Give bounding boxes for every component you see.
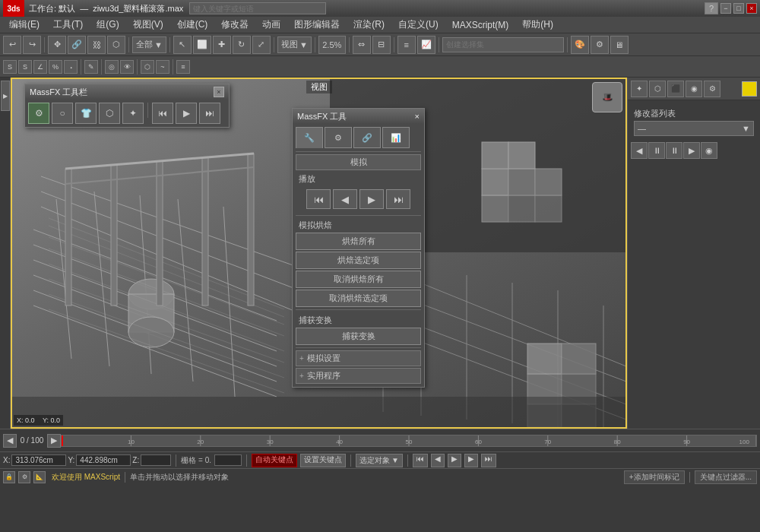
move-btn[interactable]: ✚ [213, 36, 231, 54]
menu-help[interactable]: 帮助(H) [516, 17, 559, 33]
select-btn[interactable]: ✥ [48, 36, 66, 54]
rp-nav-record[interactable]: ◉ [701, 142, 717, 159]
x-input[interactable] [11, 454, 66, 466]
unlink-btn[interactable]: ⛓ [87, 36, 106, 54]
color-swatch[interactable] [742, 81, 757, 97]
rp-icon-1[interactable]: ✦ [631, 81, 648, 97]
menu-view[interactable]: 视图(V) [127, 17, 169, 33]
autokey-btn[interactable]: 自动关键点 [252, 454, 297, 467]
menu-edit[interactable]: 编辑(E) [3, 17, 46, 33]
percent-btn[interactable]: 2.5% [318, 36, 346, 54]
menu-render[interactable]: 渲染(R) [347, 17, 391, 33]
z-input[interactable] [141, 454, 171, 466]
angle-snap-btn[interactable]: ∠ [33, 60, 47, 74]
bake-selected-btn[interactable]: 烘焙选定项 [296, 252, 421, 269]
timeline-bar[interactable]: 0 10 20 30 40 50 60 70 80 90 100 [61, 435, 757, 447]
view-dropdown[interactable]: 视图 ▼ [277, 36, 312, 53]
left-panel-toggle[interactable]: ▶ [1, 81, 10, 111]
grid-input[interactable] [214, 454, 242, 466]
unbake-selected-btn[interactable]: 取消烘焙选定项 [296, 290, 421, 307]
massfx-tab-3[interactable]: 🔗 [353, 127, 381, 148]
select-target-dropdown[interactable]: 选定对象 ▼ [356, 454, 403, 467]
add-time-marker-btn[interactable]: + 添加时间标记 [624, 470, 685, 484]
menu-animation[interactable]: 动画 [256, 17, 287, 33]
spinner-snap-btn[interactable]: ⬩ [64, 60, 78, 74]
massfx-cloth-btn[interactable]: 👕 [75, 103, 97, 124]
massfx-hex-btn[interactable]: ⬡ [99, 103, 120, 124]
y-input[interactable] [76, 454, 131, 466]
help-btn[interactable]: ? [705, 2, 718, 14]
redo-btn[interactable]: ↪ [23, 36, 41, 54]
snap-2d-btn[interactable]: S [3, 60, 17, 74]
mirror-btn[interactable]: ⇔ [353, 36, 371, 54]
material-editor-btn[interactable]: 🎨 [571, 36, 589, 54]
edit-named-sel-btn[interactable]: ✎ [84, 60, 98, 74]
minimize-btn[interactable]: − [720, 3, 731, 14]
close-btn[interactable]: × [746, 3, 757, 14]
massfx-tab-2[interactable]: ⚙ [325, 127, 352, 148]
pb-play[interactable]: ▶ [448, 454, 461, 467]
percent-snap-btn[interactable]: % [49, 60, 62, 74]
status-icon-3[interactable]: 📐 [33, 471, 46, 483]
timeline-right-arrow[interactable]: ▶ [47, 434, 61, 448]
align-btn[interactable]: ⊟ [372, 36, 391, 54]
sim-settings-row[interactable]: + 模拟设置 [296, 350, 421, 366]
display-floater-btn[interactable]: 👁 [120, 60, 134, 74]
utilities-row[interactable]: + 实用程序 [296, 368, 421, 384]
play-prev-btn[interactable]: ◀ [333, 189, 357, 209]
pb-next[interactable]: ▶ [464, 454, 478, 467]
rp-nav-fwd[interactable]: ▶ [683, 142, 700, 159]
massfx-tab-4[interactable]: 📊 [382, 127, 410, 148]
bake-all-btn[interactable]: 烘焙所有 [296, 233, 421, 250]
scale-btn[interactable]: ⤢ [252, 36, 271, 54]
menu-group[interactable]: 组(G) [90, 17, 125, 33]
massfx-toolbar-title[interactable]: MassFX 工具栏 × [25, 84, 229, 100]
menu-create[interactable]: 创建(C) [171, 17, 214, 33]
layer-btn[interactable]: ≡ [397, 36, 416, 54]
search-input[interactable] [189, 2, 326, 14]
unbake-all-btn[interactable]: 取消烘焙所有 [296, 271, 421, 288]
select-object-btn[interactable]: ↖ [173, 36, 192, 54]
snap-3d-btn[interactable]: S [18, 60, 32, 74]
capture-btn[interactable]: 捕获变换 [296, 328, 421, 345]
play-first-btn[interactable]: ⏮ [306, 189, 331, 209]
massfx-tool-title[interactable]: MassFX 工具 × [293, 109, 424, 124]
rp-icon-5[interactable]: ⚙ [704, 81, 720, 97]
setkey-btn[interactable]: 设置关键点 [300, 454, 346, 467]
curve-editor-btn[interactable]: ~ [156, 60, 169, 74]
rp-nav-back[interactable]: ◀ [631, 142, 648, 159]
track-view-btn[interactable]: 📈 [417, 36, 435, 54]
pb-prev[interactable]: ◀ [431, 454, 445, 467]
rp-icon-3[interactable]: ⬛ [667, 81, 684, 97]
undo-btn[interactable]: ↩ [3, 36, 21, 54]
rp-nav-pause1[interactable]: ⏸ [648, 142, 665, 159]
modifier-dropdown[interactable]: — ▼ [634, 121, 754, 136]
schematic-view-btn[interactable]: ⬡ [141, 60, 154, 74]
massfx-toolbar-close[interactable]: × [214, 87, 224, 97]
nav-cube[interactable]: 🎩 [592, 82, 622, 112]
bind-btn[interactable]: ⬡ [107, 36, 125, 54]
timeline-left-arrow[interactable]: ◀ [3, 434, 17, 448]
status-icon-1[interactable]: 🔒 [3, 471, 15, 483]
massfx-last-btn[interactable]: ⏭ [199, 103, 220, 124]
pb-last[interactable]: ⏭ [481, 454, 496, 467]
play-play-btn[interactable]: ▶ [359, 189, 384, 209]
massfx-star-btn[interactable]: ✦ [122, 103, 144, 124]
play-last-btn[interactable]: ⏭ [386, 189, 410, 209]
ribbon-btn[interactable]: ≡ [176, 60, 190, 74]
viewport[interactable]: 视图 🎩 MassFX 工具栏 × ⚙ ○ 👕 ⬡ ✦ [11, 78, 627, 429]
massfx-tab-1[interactable]: 🔧 [296, 127, 323, 148]
pb-first[interactable]: ⏮ [413, 454, 428, 467]
menu-graph-editor[interactable]: 图形编辑器 [288, 17, 346, 33]
massfx-tool-close[interactable]: × [415, 112, 420, 121]
rotate-btn[interactable]: ↻ [233, 36, 251, 54]
rp-icon-2[interactable]: ⬡ [649, 81, 666, 97]
render-btn[interactable]: 🖥 [610, 36, 629, 54]
status-icon-2[interactable]: ⚙ [18, 471, 30, 483]
menu-modifier[interactable]: 修改器 [215, 17, 255, 33]
filter-dropdown[interactable]: 全部 ▼ [132, 36, 166, 53]
select-region-btn[interactable]: ⬜ [193, 36, 211, 54]
restore-btn[interactable]: □ [733, 3, 744, 14]
menu-customize[interactable]: 自定义(U) [392, 17, 445, 33]
menu-tools[interactable]: 工具(T) [47, 17, 89, 33]
